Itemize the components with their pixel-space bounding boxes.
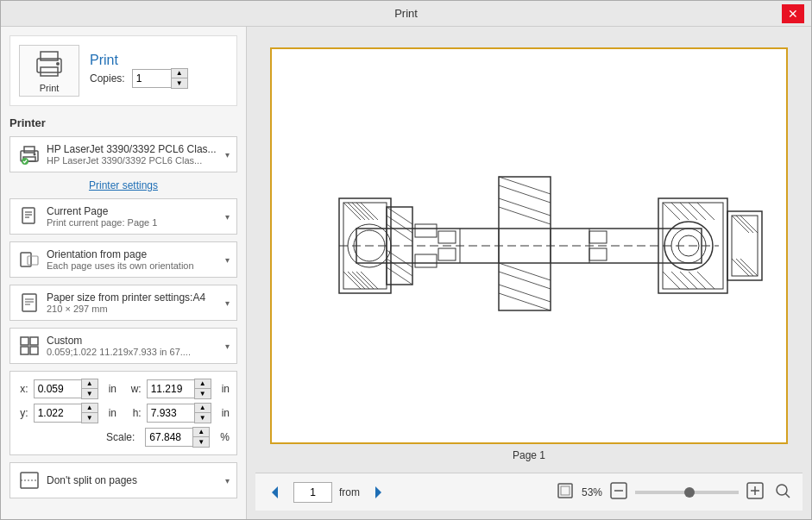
svg-line-61 [697, 272, 714, 289]
orientation-sub: Each page uses its own orientation [47, 260, 217, 271]
y-spinbox[interactable]: 1.022 ▲ ▼ [34, 403, 98, 423]
page-number-input[interactable]: 1 [293, 482, 332, 503]
copies-up-btn[interactable]: ▲ [172, 69, 187, 78]
x-input[interactable]: 0.059 [34, 379, 81, 398]
printer-section-label: Printer [9, 116, 237, 129]
fit-page-btn[interactable] [554, 479, 576, 504]
x-down-btn[interactable]: ▼ [82, 389, 98, 398]
scale-down-btn[interactable]: ▼ [193, 437, 209, 447]
custom-dropdown[interactable]: Custom 0.059;1.022 11.219x7.933 in 67...… [9, 328, 237, 364]
paper-size-sub: 210 × 297 mm [47, 304, 217, 314]
copies-label: Copies: [90, 72, 125, 85]
custom-sub: 0.059;1.022 11.219x7.933 in 67.... [47, 347, 217, 357]
svg-rect-14 [28, 256, 38, 265]
split-dropdown[interactable]: Don't split on pages ▾ [9, 462, 237, 498]
zoom-slider[interactable] [635, 491, 739, 494]
preview-area: Page 1 [255, 35, 803, 473]
svg-line-37 [356, 272, 374, 289]
svg-rect-46 [415, 224, 437, 237]
x-spinbox[interactable]: 0.059 ▲ ▼ [34, 379, 98, 399]
svg-line-59 [680, 272, 697, 289]
copies-down-btn[interactable]: ▼ [172, 78, 187, 88]
window-title: Print [30, 7, 782, 20]
svg-line-29 [343, 203, 361, 220]
printer-dropdown-icon [17, 142, 41, 166]
svg-point-3 [56, 62, 60, 66]
x-up-btn[interactable]: ▲ [82, 379, 98, 389]
svg-rect-19 [21, 337, 28, 345]
w-input[interactable]: 11.219 [147, 379, 194, 398]
y-input[interactable]: 1.022 [34, 404, 81, 423]
h-input[interactable]: 7.933 [147, 404, 194, 423]
scale-up-btn[interactable]: ▲ [193, 428, 209, 437]
prev-page-btn[interactable] [264, 481, 286, 504]
scale-input[interactable]: 67.848 [145, 428, 192, 447]
copies-spinbox-btns: ▲ ▼ [171, 68, 188, 89]
page-range-dropdown[interactable]: Current Page Print current page: Page 1 … [9, 198, 237, 235]
copies-input[interactable]: 1 [132, 69, 171, 88]
search-btn[interactable] [771, 479, 794, 504]
next-page-btn[interactable] [367, 481, 389, 504]
printer-settings-link[interactable]: Printer settings [9, 179, 237, 191]
paper-size-arrow-icon: ▾ [225, 298, 230, 308]
from-label: from [339, 486, 360, 498]
scale-spinbox[interactable]: 67.848 ▲ ▼ [145, 427, 210, 448]
page-range-main: Current Page [47, 205, 217, 217]
h-down-btn[interactable]: ▼ [195, 413, 211, 423]
zoom-out-btn[interactable] [607, 479, 630, 504]
svg-line-54 [680, 203, 697, 220]
svg-rect-9 [22, 208, 35, 223]
page-range-icon [17, 204, 41, 229]
svg-line-56 [697, 203, 714, 220]
w-down-btn[interactable]: ▼ [195, 389, 211, 398]
left-panel: Print Print Copies: 1 ▲ ▼ [1, 27, 247, 519]
paper-size-text: Paper size from printer settings:A4 210 … [47, 291, 217, 314]
zoom-percent: 53% [582, 486, 602, 498]
page-label: Page 1 [513, 449, 545, 461]
x-label: x: [17, 383, 28, 395]
zoom-in-btn[interactable] [744, 479, 766, 504]
svg-line-78 [499, 263, 551, 280]
w-up-btn[interactable]: ▲ [195, 379, 211, 389]
bottom-bar: 1 from 53% [255, 473, 803, 511]
scale-unit: % [220, 431, 230, 443]
orientation-dropdown[interactable]: Orientation from page Each page uses its… [9, 241, 237, 278]
svg-line-55 [689, 203, 706, 220]
h-spinbox[interactable]: 7.933 ▲ ▼ [147, 403, 211, 423]
printer-sub: HP LaserJet 3390/3392 PCL6 Clas... [47, 155, 217, 166]
fit-page-icon [556, 481, 575, 500]
orientation-main: Orientation from page [47, 248, 217, 260]
custom-text: Custom 0.059;1.022 11.219x7.933 in 67...… [47, 335, 217, 357]
printer-dropdown[interactable]: HP LaserJet 3390/3392 PCL6 Clas... HP La… [9, 136, 237, 172]
right-panel: Page 1 1 from [247, 27, 811, 519]
paper-size-dropdown[interactable]: Paper size from printer settings:A4 210 … [9, 285, 237, 321]
print-window: Print ✕ Print Print [0, 0, 812, 520]
y-up-btn[interactable]: ▲ [82, 404, 98, 413]
drawing-svg [287, 65, 771, 427]
svg-rect-47 [415, 254, 437, 267]
printer-dropdown-text: HP LaserJet 3390/3392 PCL6 Clas... HP La… [47, 143, 217, 166]
h-label: h: [130, 407, 142, 419]
split-text: Don't split on pages [47, 474, 217, 486]
h-up-btn[interactable]: ▲ [195, 404, 211, 413]
page-range-text: Current Page Print current page: Page 1 [47, 205, 217, 228]
split-main: Don't split on pages [47, 474, 217, 486]
svg-line-33 [361, 203, 378, 220]
svg-line-69 [740, 216, 758, 233]
svg-rect-21 [21, 347, 28, 354]
search-icon [773, 481, 792, 500]
page-range-arrow-icon: ▾ [225, 212, 230, 222]
y-down-btn[interactable]: ▼ [82, 413, 98, 423]
svg-line-100 [785, 493, 790, 498]
printer-icon [34, 48, 65, 79]
svg-line-30 [348, 203, 365, 220]
close-button[interactable]: ✕ [782, 4, 804, 23]
paper-size-main: Paper size from printer settings:A4 [47, 291, 217, 304]
w-spinbox[interactable]: 11.219 ▲ ▼ [147, 379, 211, 399]
printer-name: HP LaserJet 3390/3392 PCL6 Clas... [47, 143, 217, 155]
y-label: y: [17, 407, 28, 419]
copies-spinbox[interactable]: 1 ▲ ▼ [132, 68, 188, 89]
svg-line-36 [352, 272, 369, 289]
svg-marker-91 [375, 486, 381, 498]
h-unit: in [222, 407, 230, 419]
